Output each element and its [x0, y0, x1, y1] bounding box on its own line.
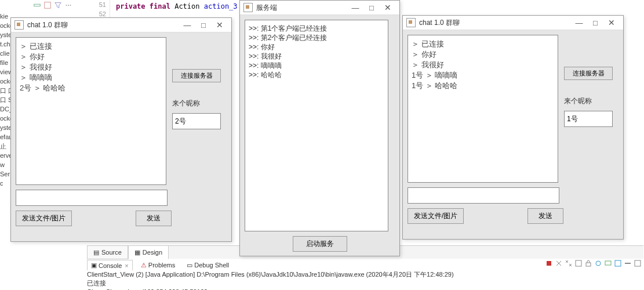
server-window: 服务端 — □ ✕ >>: 第1个客户端已经连接>>: 第2个客户端已经连接>>… [239, 0, 400, 256]
connect-server-button[interactable]: 连接服务器 [564, 67, 613, 80]
titlebar[interactable]: chat 1.0 群聊 — □ ✕ [403, 16, 623, 30]
design-icon: ▦ [134, 249, 140, 256]
window-title: chat 1.0 群聊 [27, 20, 68, 30]
remove-icon[interactable] [555, 259, 563, 267]
nickname-input[interactable] [172, 113, 221, 129]
clear-icon[interactable] [574, 259, 583, 267]
send-button[interactable]: 发送 [136, 211, 172, 226]
svg-point-8 [596, 261, 601, 266]
chat-messages: ＞ 已连接＞ 你好＞ 我很好＞ 嘀嘀嘀2号 ＞ 哈哈哈 [16, 37, 166, 185]
svg-rect-5 [547, 261, 551, 266]
connect-server-button[interactable]: 连接服务器 [172, 69, 221, 82]
close-icon[interactable]: × [125, 262, 128, 269]
menu-icon[interactable] [64, 1, 72, 9]
console-tabs: ▣Console× ⚠Problems ▭Debug Shell [87, 259, 232, 271]
client-window-left: chat 1.0 群聊 — □ ✕ ＞ 已连接＞ 你好＞ 我很好＞ 嘀嘀嘀2号 … [10, 17, 232, 242]
titlebar[interactable]: 服务端 — □ ✕ [240, 1, 399, 15]
maximize-button[interactable]: □ [195, 19, 212, 31]
tab-problems[interactable]: ⚠Problems [137, 260, 179, 270]
svg-rect-6 [576, 260, 581, 266]
nickname-label: 来个昵称 [172, 99, 221, 108]
close-button[interactable]: ✕ [212, 19, 228, 31]
nickname-label: 来个昵称 [564, 96, 613, 106]
collapse-icon[interactable] [33, 1, 41, 9]
expand-icon[interactable] [43, 1, 52, 9]
tab-debug-shell[interactable]: ▭Debug Shell [183, 260, 232, 270]
svg-rect-9 [605, 261, 611, 265]
message-input[interactable] [407, 187, 559, 204]
tab-design[interactable]: ▦Design [128, 245, 169, 259]
minimize-button[interactable]: — [179, 19, 195, 31]
problems-icon: ⚠ [141, 262, 147, 269]
open-console-icon[interactable] [614, 259, 622, 267]
chat-messages: ＞ 已连接＞ 你好＞ 我很好1号 ＞ 嘀嘀嘀1号 ＞ 哈哈哈 [407, 35, 558, 183]
svg-point-4 [70, 5, 71, 6]
message-input[interactable] [16, 190, 168, 206]
scroll-lock-icon[interactable] [584, 259, 592, 267]
min-icon[interactable] [624, 259, 632, 267]
filter-icon[interactable] [54, 1, 62, 9]
send-button[interactable]: 发送 [527, 208, 563, 224]
svg-rect-1 [45, 2, 51, 9]
send-file-button[interactable]: 发送文件/图片 [16, 211, 72, 226]
window-title: 服务端 [256, 3, 277, 13]
pin-icon[interactable] [594, 259, 602, 267]
svg-rect-10 [615, 260, 621, 266]
console-icon: ▣ [91, 262, 97, 269]
svg-point-2 [66, 5, 67, 6]
svg-rect-0 [34, 4, 41, 6]
nickname-input[interactable] [564, 111, 613, 127]
minimize-button[interactable]: — [571, 17, 587, 28]
console-toolbar [545, 259, 642, 267]
close-button[interactable]: ✕ [380, 2, 396, 13]
code-line: private final Action action_3 = ne [116, 2, 259, 10]
svg-rect-7 [586, 263, 591, 266]
stop-icon[interactable] [545, 259, 553, 267]
close-button[interactable]: ✕ [603, 17, 620, 28]
tab-source[interactable]: ▤Source [87, 245, 128, 259]
svg-rect-11 [625, 263, 631, 264]
java-icon [14, 20, 24, 30]
java-icon [243, 3, 253, 12]
server-log: >>: 第1个客户端已经连接>>: 第2个客户端已经连接>>: 你好>>: 我很… [245, 20, 388, 231]
start-service-button[interactable]: 启动服务 [293, 236, 347, 252]
client-window-right: chat 1.0 群聊 — □ ✕ ＞ 已连接＞ 你好＞ 我很好1号 ＞ 嘀嘀嘀… [402, 15, 624, 240]
window-title: chat 1.0 群聊 [419, 18, 460, 28]
debug-icon: ▭ [187, 262, 192, 269]
display-icon[interactable] [604, 259, 612, 267]
maximize-button[interactable]: □ [587, 17, 603, 28]
send-file-button[interactable]: 发送文件/图片 [407, 208, 464, 224]
svg-point-3 [68, 5, 69, 6]
editor-toolbar [33, 1, 72, 9]
line-gutter: 51 52 [87, 0, 110, 19]
console-output: ClientStart_View (2) [Java Application] … [87, 270, 454, 290]
remove-all-icon[interactable] [565, 259, 573, 267]
svg-rect-12 [635, 260, 641, 266]
minimize-button[interactable]: — [347, 2, 363, 13]
maximize-button[interactable]: □ [363, 2, 380, 13]
java-icon [406, 18, 416, 27]
source-icon: ▤ [93, 249, 99, 256]
tab-console[interactable]: ▣Console× [87, 260, 133, 270]
titlebar[interactable]: chat 1.0 群聊 — □ ✕ [11, 18, 231, 32]
max-icon[interactable] [634, 259, 642, 267]
